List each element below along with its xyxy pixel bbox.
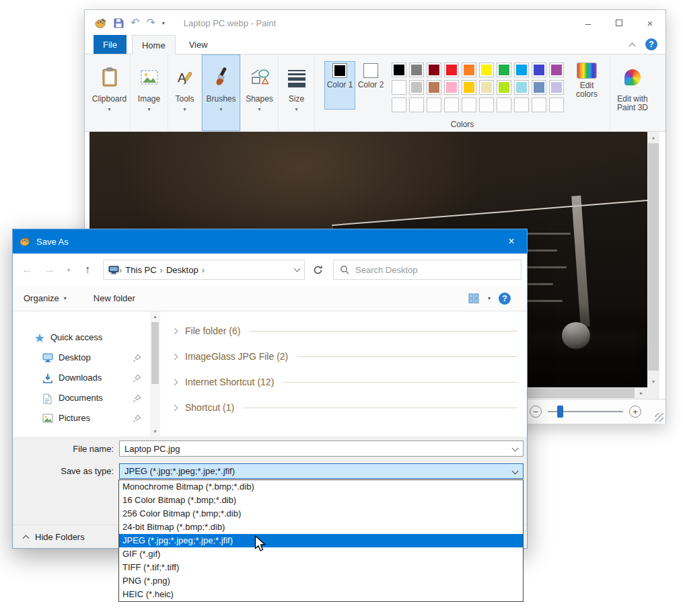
type-option[interactable]: GIF (*.gif) <box>119 547 523 561</box>
maximize-button[interactable] <box>604 10 635 36</box>
palette-empty-slot[interactable] <box>497 98 511 112</box>
image-group-button[interactable]: Image ▾ <box>131 54 168 131</box>
palette-color[interactable] <box>444 63 459 77</box>
type-option[interactable]: HEIC (*.heic) <box>119 588 523 601</box>
sidebar-item-desktop[interactable]: Desktop <box>13 348 160 368</box>
palette-empty-slot[interactable] <box>549 98 564 112</box>
search-input[interactable]: Search Desktop <box>333 260 522 280</box>
palette-color[interactable] <box>532 80 546 95</box>
address-bar[interactable]: › This PC › Desktop › <box>103 260 305 280</box>
dialog-help-icon[interactable]: ? <box>499 293 511 305</box>
type-option[interactable]: PNG (*.png) <box>119 574 523 588</box>
collapse-ribbon-icon[interactable] <box>629 42 636 49</box>
file-group-row[interactable]: File folder (6) <box>172 318 520 344</box>
type-option[interactable]: 24-bit Bitmap (*.bmp;*.dib) <box>119 521 523 534</box>
help-icon[interactable]: ? <box>645 38 657 50</box>
forward-button[interactable]: → <box>41 264 59 276</box>
type-option[interactable]: 256 Color Bitmap (*.bmp;*.dib) <box>119 507 523 521</box>
clipboard-group-button[interactable]: Clipboard ▾ <box>89 54 131 131</box>
color2-button[interactable]: Color 2 <box>355 61 386 110</box>
breadcrumb-this-pc[interactable]: This PC <box>125 265 156 275</box>
palette-color[interactable] <box>409 63 424 77</box>
type-option[interactable]: 16 Color Bitmap (*.bmp;*.dib) <box>119 494 523 507</box>
palette-color[interactable] <box>479 63 494 77</box>
save-type-select[interactable]: JPEG (*.jpg;*.jpeg;*.jpe;*.jfif) <box>119 463 524 479</box>
undo-icon[interactable]: ↶ <box>131 17 139 28</box>
resize-grip[interactable] <box>655 413 663 422</box>
palette-color[interactable] <box>497 63 511 77</box>
file-name-dropdown-icon[interactable] <box>512 445 519 452</box>
sidebar-scrollbar[interactable]: ▴ ▾ <box>150 311 160 436</box>
palette-color[interactable] <box>514 63 529 77</box>
refresh-icon[interactable] <box>308 265 328 275</box>
palette-color[interactable] <box>462 63 476 77</box>
type-option[interactable]: TIFF (*.tif;*.tiff) <box>119 561 523 574</box>
palette-empty-slot[interactable] <box>392 98 406 112</box>
palette-empty-slot[interactable] <box>479 98 494 112</box>
tools-group-button[interactable]: A Tools ▾ <box>168 54 202 131</box>
brushes-group-button[interactable]: Brushes ▾ <box>202 54 241 131</box>
breadcrumb-desktop[interactable]: Desktop <box>166 265 199 275</box>
breadcrumb-separator[interactable]: › <box>160 265 163 275</box>
vertical-scrollbar[interactable]: ▴ ▾ <box>647 132 659 387</box>
up-button[interactable]: ↑ <box>79 264 96 276</box>
chevron-right-icon[interactable] <box>172 353 178 360</box>
zoom-out-button[interactable]: − <box>530 406 542 418</box>
tab-home[interactable]: Home <box>132 35 176 54</box>
sidebar-scrollbar-thumb[interactable] <box>151 322 159 384</box>
palette-color[interactable] <box>392 80 406 95</box>
dialog-close-button[interactable]: × <box>496 229 527 254</box>
type-option[interactable]: JPEG (*.jpg;*.jpeg;*.jpe;*.jfif) <box>119 534 523 547</box>
zoom-slider-thumb[interactable] <box>557 406 563 418</box>
scroll-down-icon[interactable]: ▾ <box>647 376 659 387</box>
palette-color[interactable] <box>444 80 459 95</box>
quick-access-dropdown-icon[interactable]: ▾ <box>162 20 165 26</box>
redo-icon[interactable]: ↷ <box>146 17 155 28</box>
type-option[interactable]: Monochrome Bitmap (*.bmp;*.dib) <box>119 480 523 494</box>
palette-color[interactable] <box>549 63 564 77</box>
minimize-button[interactable]: – <box>573 10 604 36</box>
palette-color[interactable] <box>409 80 424 95</box>
scroll-down-icon[interactable]: ▾ <box>150 426 160 436</box>
palette-empty-slot[interactable] <box>462 98 476 112</box>
scroll-right-icon[interactable]: ▸ <box>635 387 647 399</box>
chevron-right-icon[interactable] <box>172 328 178 334</box>
palette-color[interactable] <box>549 80 564 95</box>
close-button[interactable]: × <box>635 10 666 36</box>
file-group-row[interactable]: Internet Shortcut (12) <box>172 369 520 395</box>
file-group-row[interactable]: Shortcut (1) <box>172 395 520 420</box>
size-group-button[interactable]: Size ▾ <box>279 54 315 131</box>
palette-color[interactable] <box>497 80 511 95</box>
sidebar-item-downloads[interactable]: Downloads <box>13 368 160 388</box>
tab-view[interactable]: View <box>180 35 217 54</box>
vertical-scrollbar-thumb[interactable] <box>648 143 659 371</box>
palette-color[interactable] <box>462 80 476 95</box>
hide-folders-button[interactable]: Hide Folders <box>35 532 85 542</box>
palette-empty-slot[interactable] <box>427 98 441 112</box>
save-icon[interactable] <box>114 18 124 28</box>
palette-color[interactable] <box>479 80 494 95</box>
palette-color[interactable] <box>392 63 406 77</box>
sidebar-item-documents[interactable]: Documents <box>13 388 160 408</box>
edit-with-paint3d-button[interactable]: Edit with Paint 3D <box>610 54 655 131</box>
recent-locations-icon[interactable]: ▾ <box>64 267 73 273</box>
back-button[interactable]: ← <box>18 264 36 276</box>
palette-empty-slot[interactable] <box>532 98 546 112</box>
chevron-right-icon[interactable] <box>172 404 178 411</box>
palette-empty-slot[interactable] <box>409 98 424 112</box>
palette-empty-slot[interactable] <box>514 98 529 112</box>
zoom-slider[interactable] <box>548 411 623 412</box>
chevron-right-icon[interactable] <box>172 379 178 385</box>
scroll-up-icon[interactable]: ▴ <box>647 132 659 143</box>
view-mode-dropdown-icon[interactable]: ▾ <box>488 295 491 301</box>
palette-color[interactable] <box>427 63 441 77</box>
shapes-group-button[interactable]: Shapes ▾ <box>241 54 279 131</box>
tab-file[interactable]: File <box>94 35 127 54</box>
file-group-row[interactable]: ImageGlass JPG File (2) <box>172 344 520 369</box>
new-folder-button[interactable]: New folder <box>94 293 135 303</box>
sidebar-item-pictures[interactable]: Pictures <box>13 408 160 428</box>
file-name-input[interactable]: Laptop PC.jpg <box>119 440 524 457</box>
address-dropdown-icon[interactable] <box>294 266 301 272</box>
palette-color[interactable] <box>514 80 529 95</box>
scroll-up-icon[interactable]: ▴ <box>150 311 160 321</box>
